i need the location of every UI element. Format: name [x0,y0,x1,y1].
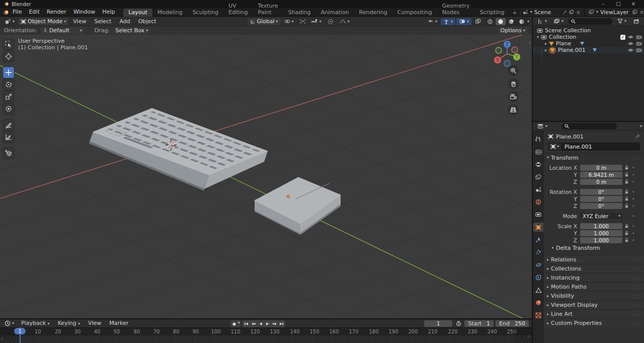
next-keyframe-button[interactable] [271,321,278,327]
tab-layout[interactable]: Layout [123,9,152,17]
tab-scripting[interactable]: Scripting [475,9,510,17]
panel-line-art[interactable]: ▸Line Art:::: [544,309,644,318]
animate-dot[interactable]: • [630,165,636,170]
lock-icon[interactable] [622,189,630,194]
toggle-perspective-button[interactable] [508,104,519,115]
auto-keyframe-button[interactable] [231,321,237,327]
tab-material[interactable] [534,299,543,307]
tab-shading[interactable]: Shading [283,9,316,17]
menu-playback[interactable]: Playback ▾ [18,319,53,327]
rotation-z-field[interactable]: 0° [580,203,622,209]
lock-icon[interactable] [622,231,630,236]
keyboard-object[interactable] [89,108,268,191]
outliner-row-plane001[interactable]: ▸ Plane.001 [533,47,644,53]
outliner-editor-type-selector[interactable]: ▾ [535,18,549,25]
menu-window[interactable]: Window [70,8,99,16]
drag-handle-icon[interactable]: :::: [633,312,641,317]
drag-handle-icon[interactable]: :::: [633,257,641,262]
location-z-field[interactable]: 0 m [580,179,622,185]
tab-compositing[interactable]: Compositing [392,9,437,17]
tab-constraints[interactable] [534,273,543,282]
drag-handle-icon[interactable]: :::: [633,155,641,160]
viewport-canvas[interactable]: User Perspective (1) Collection | Plane.… [0,35,532,318]
channel-expand-icon[interactable]: › [1,336,3,341]
panel-viewport-display[interactable]: ▸Viewport Display:::: [544,300,644,309]
expand-icon[interactable]: ▸ [545,48,547,52]
object-type-selector[interactable]: ▾ [548,143,561,151]
outliner-filter-button[interactable]: ▾ [615,18,629,25]
menu-add[interactable]: Add [116,18,133,26]
add-cube-tool[interactable] [3,148,14,159]
playhead-frame-badge[interactable]: 1 [14,328,26,334]
start-frame-field[interactable]: Start1 [464,320,494,327]
hide-eye-icon[interactable] [627,41,634,46]
transform-panel-header[interactable]: ▾ Transform :::: [544,153,644,162]
disable-render-camera-icon[interactable] [636,41,642,46]
drag-handle-icon[interactable]: :::: [633,294,641,299]
tab-modifiers[interactable] [534,236,543,244]
tab-texture-paint[interactable]: Texture Paint [253,2,283,17]
outliner-row-collection[interactable]: ▾ Collection ✓ [533,34,644,40]
panel-collections[interactable]: ▸Collections:::: [544,264,644,273]
select-box-tool[interactable] [3,39,14,50]
transform-tool[interactable] [3,103,14,114]
jump-to-end-button[interactable] [278,321,285,327]
region-collapse-icon[interactable]: ‹ [527,333,529,338]
lock-icon[interactable] [622,196,630,201]
pan-hand-button[interactable] [508,78,519,89]
cursor-tool[interactable] [3,51,14,62]
viewlayer-selector[interactable]: ▾ ViewLayer × [586,9,644,16]
lock-icon[interactable] [622,203,630,209]
menu-render[interactable]: Render [43,8,70,16]
remove-viewlayer-icon[interactable]: × [639,9,644,16]
chevron-down-icon[interactable]: ▾ [238,321,240,327]
lock-icon[interactable] [622,165,630,170]
zoom-button[interactable] [508,65,519,76]
drag-handle-icon[interactable]: :::: [633,285,641,290]
plane001-object[interactable] [255,177,341,235]
copy-icon[interactable] [632,10,637,15]
menu-view-timeline[interactable]: View [85,319,105,327]
animate-dot[interactable]: • [630,231,636,236]
tab-world[interactable] [534,198,543,206]
tab-view-layer[interactable] [534,173,543,181]
transform-orientation-selector[interactable]: Global ▾ [248,18,281,25]
drag-handle-icon[interactable]: :::: [633,276,641,281]
timeline-editor-type-selector[interactable]: ▾ [2,320,17,327]
sidebar-toggle-icon[interactable]: ‹ [529,40,531,45]
scale-z-field[interactable]: 1.000 [580,237,622,243]
shading-rendered-button[interactable] [517,18,527,25]
copy-icon[interactable] [569,10,574,15]
tab-rendering[interactable]: Rendering [354,9,392,17]
tab-modeling[interactable]: Modeling [152,9,188,17]
scale-tool[interactable] [3,91,14,102]
tab-collection[interactable] [534,211,543,219]
proportional-editing-toggle[interactable] [325,18,336,25]
snap-toggle[interactable] [297,18,308,25]
panel-relations[interactable]: ▸Relations:::: [544,255,644,264]
camera-view-button[interactable] [508,91,519,102]
play-reverse-button[interactable] [257,321,264,327]
shading-wireframe-button[interactable] [485,18,495,25]
disable-render-camera-icon[interactable] [636,48,642,52]
collection-checkbox[interactable]: ✓ [620,35,625,40]
tab-animation[interactable]: Animation [315,9,354,17]
menu-view[interactable]: View [69,18,90,26]
options-chevron-icon[interactable]: ▾ [640,124,642,128]
menu-edit[interactable]: Edit [25,8,43,16]
menu-keying[interactable]: Keying ▾ [54,319,84,327]
lock-icon[interactable] [622,172,630,177]
outliner-search-input[interactable] [568,18,613,25]
move-tool[interactable] [3,67,14,78]
object-name-field[interactable]: Plane.001 [561,143,640,151]
tab-object[interactable] [534,223,543,231]
menu-select[interactable]: Select [91,18,115,26]
menu-file[interactable]: File [9,8,25,16]
expand-icon[interactable]: ▾ [537,35,539,39]
gizmo-y-neg[interactable] [496,47,502,53]
delta-transform-panel-header[interactable]: ▸ Delta Transform [544,244,642,252]
expand-icon[interactable]: ▸ [545,42,547,46]
proportional-falloff-selector[interactable]: ▾ [337,18,352,25]
disable-render-camera-icon[interactable] [636,35,642,39]
hide-eye-icon[interactable] [627,35,634,39]
